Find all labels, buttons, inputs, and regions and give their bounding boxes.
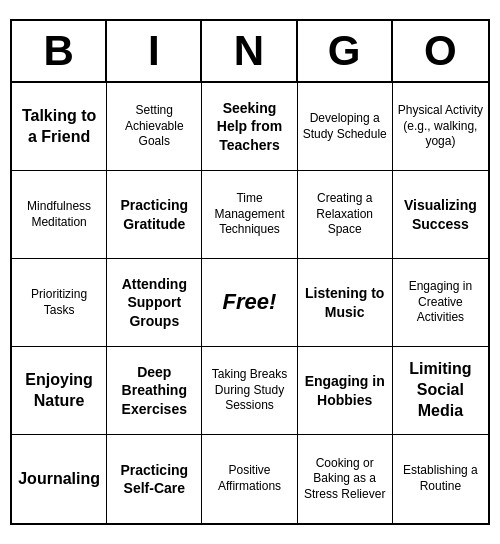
bingo-cell-21: Practicing Self-Care (107, 435, 202, 523)
bingo-cell-5: Mindfulness Meditation (12, 171, 107, 259)
bingo-cell-11: Attending Support Groups (107, 259, 202, 347)
bingo-cell-3: Developing a Study Schedule (298, 83, 393, 171)
bingo-cell-13: Listening to Music (298, 259, 393, 347)
cell-text-5: Mindfulness Meditation (16, 199, 102, 230)
bingo-cell-23: Cooking or Baking as a Stress Reliever (298, 435, 393, 523)
cell-text-21: Practicing Self-Care (111, 461, 197, 497)
bingo-cell-15: Enjoying Nature (12, 347, 107, 435)
bingo-cell-2: Seeking Help from Teachers (202, 83, 297, 171)
bingo-cell-16: Deep Breathing Exercises (107, 347, 202, 435)
cell-text-22: Positive Affirmations (206, 463, 292, 494)
cell-text-16: Deep Breathing Exercises (111, 363, 197, 418)
bingo-card: BINGO Talking to a FriendSetting Achieva… (10, 19, 490, 525)
cell-text-15: Enjoying Nature (16, 370, 102, 412)
cell-text-14: Engaging in Creative Activities (397, 279, 484, 326)
cell-text-10: Prioritizing Tasks (16, 287, 102, 318)
cell-text-17: Taking Breaks During Study Sessions (206, 367, 292, 414)
cell-text-1: Setting Achievable Goals (111, 103, 197, 150)
cell-text-24: Establishing a Routine (397, 463, 484, 494)
bingo-cell-19: Limiting Social Media (393, 347, 488, 435)
bingo-cell-12: Free! (202, 259, 297, 347)
cell-text-6: Practicing Gratitude (111, 196, 197, 232)
bingo-letter-n: N (202, 21, 297, 81)
cell-text-2: Seeking Help from Teachers (206, 99, 292, 154)
cell-text-11: Attending Support Groups (111, 275, 197, 330)
bingo-letter-i: I (107, 21, 202, 81)
bingo-cell-8: Creating a Relaxation Space (298, 171, 393, 259)
cell-text-12: Free! (223, 288, 277, 317)
cell-text-18: Engaging in Hobbies (302, 372, 388, 408)
cell-text-0: Talking to a Friend (16, 106, 102, 148)
cell-text-23: Cooking or Baking as a Stress Reliever (302, 456, 388, 503)
cell-text-3: Developing a Study Schedule (302, 111, 388, 142)
bingo-cell-9: Visualizing Success (393, 171, 488, 259)
bingo-cell-6: Practicing Gratitude (107, 171, 202, 259)
bingo-header: BINGO (12, 21, 488, 83)
bingo-cell-24: Establishing a Routine (393, 435, 488, 523)
bingo-cell-4: Physical Activity (e.g., walking, yoga) (393, 83, 488, 171)
bingo-letter-g: G (298, 21, 393, 81)
cell-text-8: Creating a Relaxation Space (302, 191, 388, 238)
bingo-letter-o: O (393, 21, 488, 81)
bingo-cell-20: Journaling (12, 435, 107, 523)
cell-text-4: Physical Activity (e.g., walking, yoga) (397, 103, 484, 150)
bingo-cell-14: Engaging in Creative Activities (393, 259, 488, 347)
bingo-cell-0: Talking to a Friend (12, 83, 107, 171)
bingo-cell-17: Taking Breaks During Study Sessions (202, 347, 297, 435)
bingo-cell-18: Engaging in Hobbies (298, 347, 393, 435)
bingo-grid: Talking to a FriendSetting Achievable Go… (12, 83, 488, 523)
bingo-cell-7: Time Management Techniques (202, 171, 297, 259)
cell-text-13: Listening to Music (302, 284, 388, 320)
cell-text-7: Time Management Techniques (206, 191, 292, 238)
cell-text-20: Journaling (18, 469, 100, 490)
cell-text-9: Visualizing Success (397, 196, 484, 232)
bingo-cell-10: Prioritizing Tasks (12, 259, 107, 347)
cell-text-19: Limiting Social Media (397, 359, 484, 421)
bingo-cell-22: Positive Affirmations (202, 435, 297, 523)
bingo-letter-b: B (12, 21, 107, 81)
bingo-cell-1: Setting Achievable Goals (107, 83, 202, 171)
